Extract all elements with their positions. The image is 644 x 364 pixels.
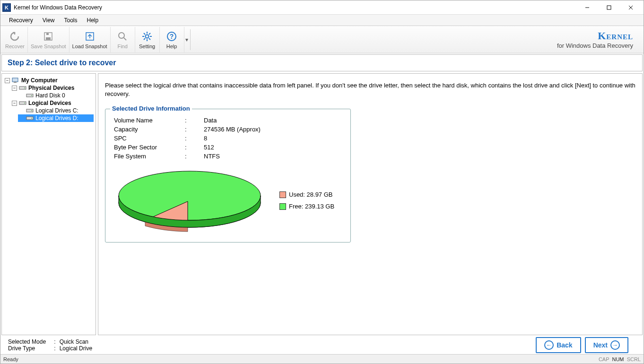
- instruction-text: Please select the logical drive that con…: [105, 81, 635, 98]
- next-button[interactable]: Next →: [585, 337, 628, 353]
- svg-line-17: [144, 38, 145, 40]
- info-value: Data: [204, 117, 217, 124]
- disk-icon: [26, 108, 34, 113]
- help-dropdown[interactable]: ▾: [184, 27, 189, 52]
- menu-help[interactable]: Help: [82, 15, 104, 26]
- minimize-button[interactable]: [576, 0, 598, 15]
- disk-icon: [26, 115, 34, 121]
- info-row: Volume Name:Data: [114, 116, 342, 125]
- info-row: SPC:8: [114, 134, 342, 143]
- info-label: SPC: [114, 135, 185, 142]
- tree-drive-d-label: Logical Drives D:: [35, 115, 78, 121]
- svg-point-26: [31, 95, 32, 96]
- load-snapshot-label: Load Snapshot: [72, 43, 107, 49]
- drive-type-label: Drive Type: [8, 345, 52, 352]
- svg-point-10: [146, 35, 149, 38]
- tree-logical[interactable]: − Logical Devices: [11, 99, 94, 107]
- setting-button[interactable]: Setting: [135, 27, 160, 52]
- setting-label: Setting: [139, 43, 155, 49]
- maximize-button[interactable]: [598, 0, 620, 15]
- statusbar: Ready CAP NUM SCRL: [0, 354, 644, 364]
- keyboard-indicators: CAP NUM SCRL: [599, 356, 641, 362]
- legend-free: Free: 239.13 GB: [279, 203, 334, 210]
- save-snapshot-button: Save Snapshot: [28, 27, 70, 52]
- back-button[interactable]: ← Back: [536, 337, 581, 353]
- svg-line-16: [149, 38, 150, 40]
- drive-icon: [19, 100, 26, 106]
- svg-line-15: [144, 33, 145, 35]
- legend-used-label: Used: 28.97 GB: [289, 191, 333, 198]
- content-pane: Please select the logical drive that con…: [98, 73, 643, 335]
- info-label: Volume Name: [114, 117, 185, 124]
- svg-line-18: [149, 33, 150, 35]
- save-snapshot-label: Save Snapshot: [31, 43, 66, 49]
- legend-used-swatch: [279, 191, 286, 198]
- svg-rect-1: [607, 6, 611, 9]
- collapse-icon[interactable]: −: [5, 78, 10, 83]
- tree-physical[interactable]: − Physical Devices: [11, 84, 94, 92]
- svg-point-28: [24, 103, 25, 104]
- selected-mode-label: Selected Mode: [8, 338, 52, 345]
- step-header: Step 2: Select drive to recover: [1, 54, 643, 71]
- usage-pie-chart: [114, 167, 265, 234]
- tree-physical-label: Physical Devices: [28, 85, 74, 91]
- info-row: Capacity:274536 MB (Approx): [114, 125, 342, 134]
- svg-point-30: [31, 110, 32, 111]
- menu-view[interactable]: View: [38, 15, 60, 26]
- recover-button: Recover: [2, 27, 28, 52]
- menu-tools[interactable]: Tools: [59, 15, 82, 26]
- menubar: Recovery View Tools Help: [0, 15, 644, 26]
- selected-mode-value: Quick Scan: [60, 338, 88, 345]
- recover-icon: [9, 30, 21, 43]
- svg-text:?: ?: [170, 33, 174, 40]
- legend-used: Used: 28.97 GB: [279, 191, 334, 198]
- brand-subtitle: for Windows Data Recovery: [557, 42, 633, 49]
- titlebar: K Kernel for Windows Data Recovery: [0, 0, 644, 15]
- tree-hd0-label: Hard Disk 0: [35, 92, 65, 99]
- tree-hd0[interactable]: Hard Disk 0: [18, 92, 94, 99]
- info-row: Byte Per Sector:512: [114, 143, 342, 152]
- drive-info-panel: Selected Drive Information Volume Name:D…: [105, 109, 351, 243]
- help-icon: ?: [165, 30, 178, 43]
- close-button[interactable]: [620, 0, 642, 15]
- help-button[interactable]: ? Help: [160, 27, 184, 52]
- tree-logical-label: Logical Devices: [28, 100, 71, 106]
- collapse-icon[interactable]: −: [12, 101, 17, 106]
- svg-point-8: [119, 33, 124, 38]
- load-snapshot-button[interactable]: Load Snapshot: [70, 27, 111, 52]
- collapse-icon[interactable]: −: [12, 86, 17, 91]
- drive-info-heading: Selected Drive Information: [110, 105, 192, 112]
- svg-rect-22: [14, 82, 17, 83]
- find-icon: [116, 30, 129, 43]
- tree-drive-c[interactable]: Logical Drives C:: [18, 107, 94, 114]
- tree-root[interactable]: − My Computer: [4, 77, 94, 84]
- scrl-indicator: SCRL: [627, 356, 641, 362]
- arrow-left-icon: ←: [544, 340, 554, 350]
- computer-icon: [12, 78, 19, 83]
- next-label: Next: [593, 341, 608, 349]
- drive-type-value: Logical Drive: [60, 345, 92, 352]
- recover-label: Recover: [5, 43, 25, 49]
- svg-point-34: [119, 171, 261, 220]
- disk-icon: [26, 93, 34, 98]
- save-snapshot-icon: [42, 30, 54, 43]
- status-ready: Ready: [3, 356, 18, 362]
- info-label: Byte Per Sector: [114, 144, 185, 151]
- info-row: File System:NTFS: [114, 152, 342, 161]
- device-tree[interactable]: − My Computer − Physical Devices Hard Di…: [1, 73, 96, 335]
- window-title: Kernel for Windows Data Recovery: [14, 4, 576, 11]
- info-value: 512: [204, 144, 214, 151]
- legend-free-label: Free: 239.13 GB: [289, 203, 334, 210]
- app-icon: K: [2, 3, 11, 12]
- tree-drive-d[interactable]: Logical Drives D:: [18, 114, 94, 122]
- svg-line-9: [124, 38, 126, 40]
- find-button: Find: [111, 27, 135, 52]
- info-value: 274536 MB (Approx): [204, 126, 261, 133]
- footer-bar: Selected Mode : Quick Scan Drive Type : …: [0, 336, 644, 354]
- svg-point-24: [24, 87, 25, 88]
- chart-legend: Used: 28.97 GB Free: 239.13 GB: [279, 186, 334, 215]
- menu-recovery[interactable]: Recovery: [4, 15, 38, 26]
- load-snapshot-icon: [84, 30, 96, 43]
- tree-root-label: My Computer: [21, 77, 58, 84]
- svg-point-32: [31, 118, 32, 119]
